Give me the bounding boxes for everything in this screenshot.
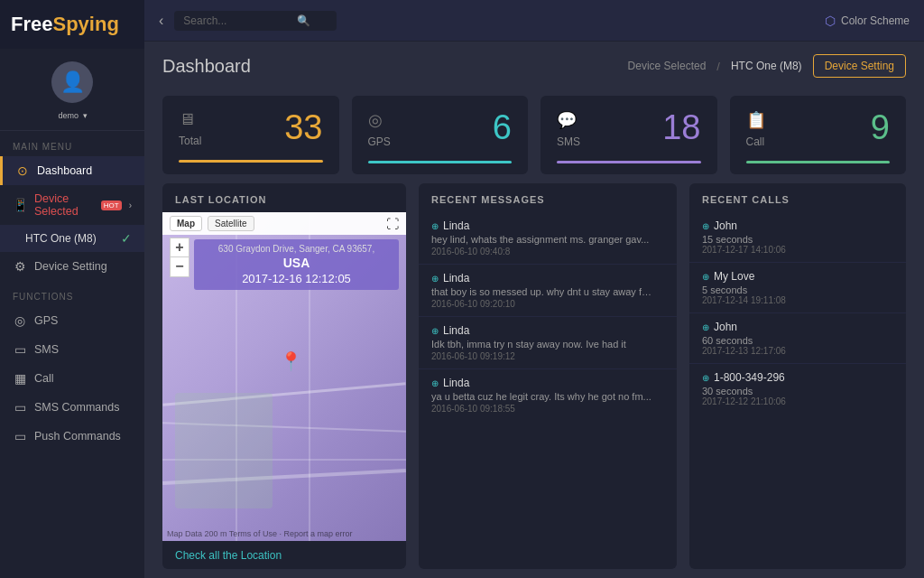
sidebar: FreeSpying 👤 demo ▾ MAIN MENU ⊙ Dashboar… [0, 0, 144, 578]
zoom-out-button[interactable]: − [170, 257, 189, 277]
page-title: Dashboard [162, 56, 251, 77]
recent-messages-panel: RECENT MESSAGES ⊕ Linda hey lind, whats … [419, 183, 677, 569]
search-input[interactable] [183, 14, 291, 27]
device-setting-button[interactable]: Device Setting [813, 54, 906, 78]
call-icon: ▦ [13, 371, 27, 386]
map-attribution: Map Data 200 m Terms of Use · Report a m… [167, 529, 352, 538]
recent-calls-title: RECENT CALLS [689, 183, 906, 212]
map-datetime: 2017-12-16 12:12:05 [201, 272, 392, 285]
sidebar-item-sms-commands[interactable]: ▭ SMS Commands [0, 393, 144, 422]
msg-time: 2016-06-10 09:19:12 [431, 351, 664, 361]
checkmark-icon: ✓ [121, 231, 132, 246]
back-button[interactable]: ‹ [159, 13, 163, 29]
app-logo: FreeSpying [0, 0, 144, 49]
sidebar-item-gps[interactable]: ◎ GPS [0, 306, 144, 335]
stat-card-sms: 💬 18 SMS [541, 96, 717, 174]
gps-stat-icon: ◎ [368, 111, 383, 129]
total-value: 33 [284, 108, 322, 147]
map-address: 630 Graydon Drive, Sanger, CA 93657, [201, 244, 392, 254]
message-item[interactable]: ⊕ Linda that boy is so messed up. why dn… [419, 265, 677, 317]
color-scheme-btn[interactable]: ⬡ Color Scheme [825, 14, 910, 28]
gps-bar [368, 161, 513, 163]
call-duration: 30 seconds [702, 386, 893, 396]
dashboard-label: Dashboard [37, 164, 92, 177]
sidebar-item-dashboard[interactable]: ⊙ Dashboard [0, 156, 144, 185]
gps-value: 6 [493, 108, 512, 147]
call-item[interactable]: ⊕ John 15 seconds 2017-12-17 14:10:06 [689, 212, 906, 263]
device-setting-label: Device Setting [34, 260, 107, 273]
map-fullscreen-icon[interactable]: ⛶ [386, 217, 399, 231]
call-time: 2017-12-14 19:11:08 [702, 295, 893, 305]
sidebar-item-sms[interactable]: ▭ SMS [0, 335, 144, 364]
msg-time: 2016-06-10 09:20:10 [431, 299, 664, 309]
map-container[interactable]: Map Satellite ⛶ 📍 [162, 212, 406, 541]
gps-stat-label: GPS [368, 135, 513, 148]
call-dot-icon: ⊕ [702, 373, 709, 383]
call-duration: 60 seconds [702, 335, 893, 346]
breadcrumb-sep: / [716, 60, 720, 73]
msg-text: ya u betta cuz he legit cray. Its why he… [431, 391, 652, 402]
calls-list: ⊕ John 15 seconds 2017-12-17 14:10:06 ⊕ … [689, 212, 906, 414]
call-name: ⊕ John [702, 321, 893, 333]
sidebar-item-push-commands[interactable]: ▭ Push Commands [0, 422, 144, 451]
sms-commands-label: SMS Commands [34, 401, 119, 414]
map-tab-bar: Map Satellite ⛶ [162, 212, 406, 235]
logo-free: Free [11, 13, 52, 35]
sidebar-item-device-selected[interactable]: 📱 Device Selected HOT › [0, 185, 144, 225]
call-time: 2017-12-13 12:17:06 [702, 346, 893, 356]
msg-time: 2016-06-10 09:40:8 [431, 247, 664, 256]
call-label: Call [34, 372, 54, 385]
map-info-overlay: 630 Graydon Drive, Sanger, CA 93657, USA… [194, 239, 399, 290]
dashboard-icon: ⊙ [15, 163, 30, 178]
message-item[interactable]: ⊕ Linda hey lind, whats the assignment m… [419, 212, 677, 265]
breadcrumb-name: HTC One (M8) [731, 60, 802, 72]
content-row: LAST LOCATION Map Satellite ⛶ [144, 183, 924, 578]
gps-icon: ◎ [13, 313, 27, 328]
sidebar-item-call[interactable]: ▦ Call [0, 364, 144, 393]
map-tab-satellite[interactable]: Satellite [208, 216, 254, 231]
last-location-title: LAST LOCATION [162, 183, 406, 212]
avatar-area: 👤 demo ▾ [0, 49, 144, 131]
device-sub-label: HTC One (M8) [25, 232, 97, 245]
avatar: 👤 [51, 61, 93, 103]
color-scheme-icon: ⬡ [825, 14, 836, 28]
search-icon: 🔍 [297, 14, 310, 27]
color-scheme-label: Color Scheme [841, 14, 910, 27]
call-time: 2017-12-12 21:10:06 [702, 396, 893, 406]
messages-list: ⊕ Linda hey lind, whats the assignment m… [419, 212, 677, 421]
map-tab-map[interactable]: Map [170, 216, 202, 231]
last-location-panel: LAST LOCATION Map Satellite ⛶ [162, 183, 406, 569]
call-item[interactable]: ⊕ 1-800-349-296 30 seconds 2017-12-12 21… [689, 364, 906, 414]
device-setting-icon: ⚙ [13, 259, 27, 274]
call-stat-label: Call [746, 135, 891, 148]
sms-label: SMS [34, 343, 59, 356]
total-bar [179, 160, 323, 163]
gps-label: GPS [34, 314, 58, 327]
msg-text: Idk tbh, imma try n stay away now. Ive h… [431, 339, 652, 350]
call-bar [746, 161, 891, 163]
zoom-in-button[interactable]: + [170, 238, 189, 257]
msg-text: that boy is so messed up. why dnt u stay… [431, 286, 652, 297]
msg-dot-icon: ⊕ [431, 221, 439, 231]
check-location-link[interactable]: Check all the Location [175, 549, 282, 562]
call-item[interactable]: ⊕ John 60 seconds 2017-12-13 12:17:06 [689, 313, 906, 364]
functions-label: FUNCTIONS [0, 281, 144, 306]
call-item[interactable]: ⊕ My Love 5 seconds 2017-12-14 19:11:08 [689, 263, 906, 313]
message-item[interactable]: ⊕ Linda ya u betta cuz he legit cray. It… [419, 369, 677, 421]
sidebar-item-device-setting[interactable]: ⚙ Device Setting [0, 252, 144, 281]
sms-stat-icon: 💬 [557, 111, 577, 129]
device-selected-icon: 📱 [13, 198, 27, 212]
msg-sender: ⊕ Linda [431, 272, 664, 284]
stat-card-gps: ◎ 6 GPS [352, 96, 529, 174]
message-item[interactable]: ⊕ Linda Idk tbh, imma try n stay away no… [419, 317, 677, 369]
call-dot-icon: ⊕ [702, 221, 709, 231]
msg-sender: ⊕ Linda [431, 377, 664, 389]
call-duration: 5 seconds [702, 284, 893, 295]
call-time: 2017-12-17 14:10:06 [702, 245, 893, 255]
logo-spying: Spying [52, 13, 118, 35]
total-icon: 🖥 [179, 110, 195, 128]
msg-dot-icon: ⊕ [431, 274, 439, 284]
push-commands-icon: ▭ [13, 429, 27, 443]
call-name: ⊕ 1-800-349-296 [702, 371, 893, 384]
device-sub-item[interactable]: HTC One (M8) ✓ [0, 225, 144, 252]
